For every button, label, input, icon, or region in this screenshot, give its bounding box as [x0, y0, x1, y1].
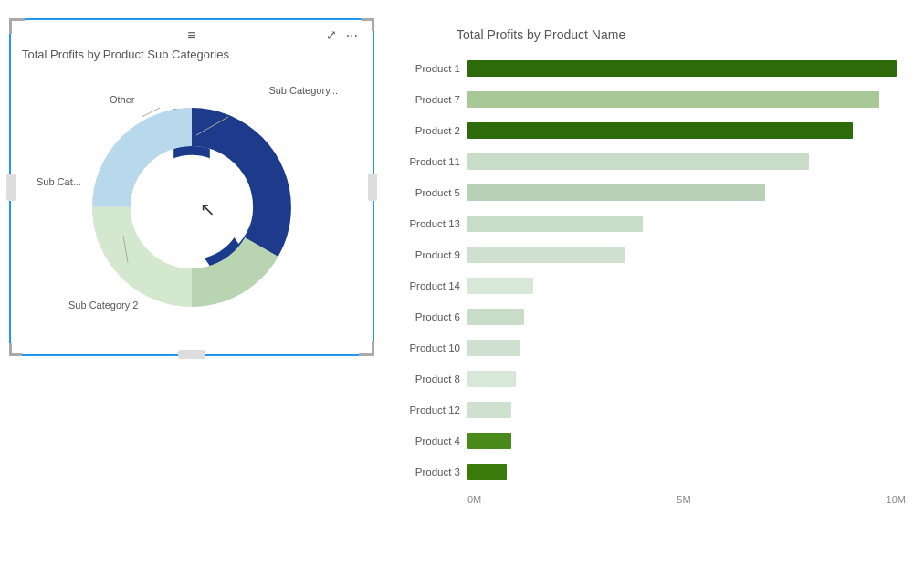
- bar-fill: [467, 402, 511, 418]
- label-subcategory-left: Sub Cat...: [37, 176, 81, 187]
- bar-track: [467, 464, 906, 480]
- bar-row: Product 6: [402, 303, 906, 331]
- menu-icon[interactable]: ≡: [187, 27, 195, 44]
- bar-fill: [467, 184, 765, 201]
- resize-handle-bottom[interactable]: [178, 350, 205, 359]
- bar-label: Product 3: [402, 467, 467, 478]
- donut-chart-panel: ≡ ⤢ ··· Total Profits by Product Sub Cat…: [9, 18, 374, 356]
- bar-track: [467, 91, 906, 108]
- bar-row: Product 10: [402, 334, 906, 362]
- bar-fill: [467, 216, 643, 232]
- bar-fill: [467, 122, 853, 139]
- donut-chart-title: Total Profits by Product Sub Categories: [22, 47, 365, 61]
- bar-axis: [467, 490, 906, 490]
- bar-label: Product 6: [402, 311, 467, 322]
- bar-row: Product 9: [402, 241, 906, 268]
- bar-track: [467, 216, 906, 232]
- bar-row: Product 5: [402, 179, 906, 206]
- label-subcategory2: Sub Category 2: [68, 300, 138, 311]
- bar-fill: [467, 60, 897, 77]
- axis-label: 5M: [677, 494, 690, 505]
- bar-fill: [467, 153, 809, 170]
- bar-row: Product 2: [402, 117, 906, 144]
- bar-fill: [467, 464, 507, 480]
- bar-track: [467, 153, 906, 170]
- bar-label: Product 11: [402, 156, 467, 167]
- bar-label: Product 1: [402, 63, 467, 74]
- axis-labels: 0M5M10M: [467, 494, 906, 505]
- label-other: Other: [110, 94, 135, 105]
- bar-fill: [467, 247, 625, 263]
- bar-label: Product 14: [402, 280, 467, 291]
- bars-container: Product 1Product 7Product 2Product 11Pro…: [402, 55, 906, 486]
- label-subcategory-main: Sub Category...: [268, 85, 338, 96]
- cursor-symbol: ↖: [200, 198, 215, 218]
- bar-track: [467, 247, 906, 263]
- bar-label: Product 2: [402, 125, 467, 136]
- bar-label: Product 9: [402, 249, 467, 260]
- bar-chart-wrapper: Product 1Product 7Product 2Product 11Pro…: [402, 55, 906, 505]
- bar-fill: [467, 91, 879, 108]
- bar-row: Product 11: [402, 148, 906, 175]
- more-options-icon[interactable]: ···: [346, 27, 358, 44]
- bar-label: Product 5: [402, 187, 467, 198]
- bar-label: Product 13: [402, 218, 467, 229]
- bar-chart-title: Total Profits by Product Name: [457, 27, 906, 42]
- bar-row: Product 1: [402, 55, 906, 82]
- bar-label: Product 10: [402, 342, 467, 353]
- page-container: ≡ ⤢ ··· Total Profits by Product Sub Cat…: [0, 0, 924, 579]
- donut-panel-topbar: ≡ ⤢ ···: [18, 27, 365, 44]
- donut-svg: ↖: [91, 107, 292, 308]
- bar-row: Product 8: [402, 365, 906, 393]
- bar-track: [467, 433, 906, 449]
- bar-fill: [467, 433, 511, 449]
- bar-track: [467, 402, 906, 418]
- resize-handle-right[interactable]: [368, 174, 377, 201]
- bar-track: [467, 371, 906, 387]
- bar-row: Product 12: [402, 396, 906, 424]
- bar-label: Product 8: [402, 374, 467, 384]
- bar-track: [467, 60, 906, 77]
- bar-track: [467, 278, 906, 294]
- bar-track: [467, 184, 906, 201]
- bar-label: Product 4: [402, 436, 467, 447]
- axis-label: 0M: [467, 494, 481, 505]
- axis-line: [467, 490, 906, 490]
- axis-label: 10M: [887, 494, 906, 505]
- bar-fill: [467, 371, 516, 387]
- bar-row: Product 7: [402, 86, 906, 113]
- donut-hole: [140, 154, 244, 258]
- resize-handle-left[interactable]: [6, 174, 16, 201]
- bar-fill: [467, 309, 524, 325]
- bar-row: Product 13: [402, 210, 906, 237]
- bar-track: [467, 122, 906, 139]
- bar-track: [467, 309, 906, 325]
- bar-track: [467, 340, 906, 356]
- bar-label: Product 7: [402, 94, 467, 105]
- bar-label: Product 12: [402, 405, 467, 416]
- bar-row: Product 14: [402, 272, 906, 300]
- bar-chart-panel: Total Profits by Product Name Product 1P…: [402, 18, 915, 514]
- bar-fill: [467, 278, 533, 294]
- expand-icon[interactable]: ⤢: [326, 27, 337, 44]
- donut-chart-area: Other Sub Category... Sub Cat... Sub Cat…: [18, 67, 365, 347]
- bar-row: Product 4: [402, 427, 906, 455]
- bar-row: Product 3: [402, 458, 906, 486]
- bar-fill: [467, 340, 520, 356]
